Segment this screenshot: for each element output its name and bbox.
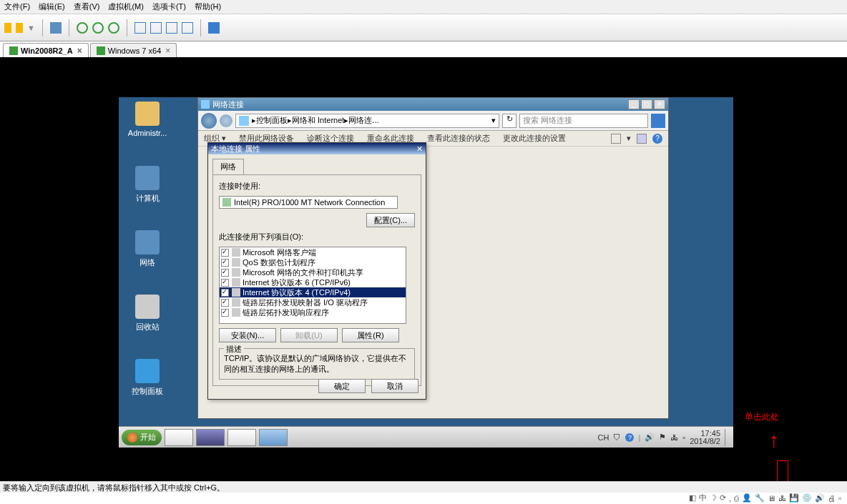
play-icon[interactable] [77, 22, 88, 34]
menu-help[interactable]: 帮助(H) [195, 1, 221, 12]
tab-win2008r2[interactable]: Win2008R2_A × [3, 43, 89, 57]
minimize-button[interactable]: _ [628, 99, 640, 109]
help-icon[interactable]: ? [652, 134, 662, 144]
power-on-icon[interactable] [4, 23, 11, 33]
host-tray-icon[interactable]: ◧ [689, 493, 696, 503]
checkbox[interactable] [221, 269, 229, 277]
vm-viewport[interactable]: Administr... 计算机 网络 回收站 控制面板 网络连接 _ □ × [0, 57, 847, 490]
configure-button[interactable]: 配置(C)... [366, 213, 415, 227]
desktop-network[interactable]: 网络 [126, 230, 169, 268]
view-mode-icon[interactable] [611, 134, 621, 144]
dialog-titlebar[interactable]: 本地连接 属性 ✕ [208, 143, 426, 154]
desktop-cpanel[interactable]: 控制面板 [126, 359, 169, 397]
search-go-button[interactable] [651, 114, 665, 128]
tab-network[interactable]: 网络 [212, 159, 244, 174]
tab-win7[interactable]: Windows 7 x64 × [90, 43, 177, 57]
refresh-button[interactable]: ↻ [502, 114, 516, 128]
ok-button[interactable]: 确定 [318, 379, 366, 393]
taskbar-server-manager[interactable] [165, 429, 193, 446]
snapshot-icon[interactable] [50, 22, 62, 34]
back-button[interactable] [201, 113, 217, 129]
list-item[interactable]: Microsoft 网络的文件和打印机共享 [220, 267, 406, 277]
checkbox[interactable] [221, 279, 229, 287]
checkbox[interactable] [221, 309, 229, 317]
window-titlebar[interactable]: 网络连接 _ □ × [198, 98, 668, 111]
menu-file[interactable]: 文件(F) [4, 1, 30, 12]
cancel-button[interactable]: 取消 [371, 379, 418, 393]
list-item[interactable]: QoS 数据包计划程序 [220, 257, 406, 267]
usb-icon[interactable]: ⎙ [734, 494, 739, 503]
host-lang[interactable]: 中 [699, 493, 707, 503]
view-4-icon[interactable] [182, 22, 193, 34]
list-item[interactable]: 链路层拓扑发现响应程序 [220, 307, 406, 317]
taskbar-explorer[interactable] [227, 429, 256, 446]
dialog-close-button[interactable]: ✕ [416, 144, 423, 154]
breadcrumb-c[interactable]: 网络连... [348, 115, 378, 126]
maximize-button[interactable]: □ [641, 99, 652, 109]
taskbar-network-connections[interactable] [259, 429, 288, 446]
lang-indicator[interactable]: CH [598, 433, 609, 442]
power-off-icon[interactable] [16, 23, 23, 33]
checkbox[interactable] [221, 249, 229, 257]
close-button[interactable]: × [654, 99, 665, 109]
cd-icon[interactable]: 💿 [802, 493, 812, 503]
moon-icon[interactable]: ☽ [710, 493, 717, 503]
taskbar-powershell[interactable] [196, 429, 225, 446]
show-desktop-button[interactable] [725, 429, 730, 446]
menu-vm[interactable]: 虚拟机(M) [108, 1, 144, 12]
speaker-icon[interactable]: 🔊 [815, 493, 825, 503]
clock[interactable]: 17:45 2014/8/2 [690, 430, 720, 445]
checkbox[interactable] [221, 289, 229, 297]
menu-edit[interactable]: 编辑(E) [39, 1, 65, 12]
preview-icon[interactable] [637, 134, 647, 144]
guest-desktop[interactable]: Administr... 计算机 网络 回收站 控制面板 网络连接 _ □ × [119, 97, 733, 448]
connection-properties-dialog: 本地连接 属性 ✕ 网络 连接时使用: Intel(R) PRO/1000 MT… [207, 142, 426, 400]
start-button[interactable]: 开始 [122, 430, 162, 445]
tray-action-icon[interactable]: ▫ [682, 433, 685, 442]
list-item[interactable]: Internet 协议版本 4 (TCP/IPv4) [220, 287, 406, 297]
forward-button[interactable] [220, 114, 232, 127]
list-item[interactable]: Internet 协议版本 6 (TCP/IPv6) [220, 277, 406, 287]
view-2-icon[interactable] [150, 22, 162, 34]
person-icon[interactable]: 👤 [742, 493, 752, 503]
menu-view[interactable]: 查看(V) [74, 1, 100, 12]
desktop-recycle[interactable]: 回收站 [126, 295, 169, 332]
sync-icon[interactable]: ⟳ [720, 493, 726, 503]
install-button[interactable]: 安装(N)... [219, 328, 276, 342]
net-icon[interactable]: 🖧 [778, 494, 786, 503]
host-tray: ◧ 中 ☽ ⟳ , ⎙ 👤 🔧 🖥 🖧 💾 💿 🔊 🖨 ▫ [686, 492, 844, 504]
pause-icon[interactable] [92, 22, 104, 34]
checkbox[interactable] [221, 299, 229, 307]
desktop-admin[interactable]: Administr... [126, 102, 169, 137]
list-item[interactable]: 链路层拓扑发现映射器 I/O 驱动程序 [220, 297, 406, 307]
tray-icon-1[interactable]: ⛉ [613, 433, 621, 442]
breadcrumb-b[interactable]: 网络和 Internet [292, 115, 344, 126]
more-icon[interactable]: ▫ [838, 494, 841, 503]
location-icon [239, 116, 249, 126]
tray-help-icon[interactable]: ? [625, 433, 634, 442]
wrench-icon[interactable]: 🔧 [755, 493, 765, 503]
cmd-status[interactable]: 查看此连接的状态 [427, 133, 490, 144]
close-icon[interactable]: × [77, 46, 82, 56]
cmd-settings[interactable]: 更改此连接的设置 [503, 133, 566, 144]
stop-icon[interactable] [108, 22, 119, 34]
view-1-icon[interactable] [134, 22, 146, 34]
breadcrumb-a[interactable]: 控制面板 [256, 115, 288, 126]
components-list[interactable]: Microsoft 网络客户端QoS 数据包计划程序Microsoft 网络的文… [219, 247, 406, 324]
menu-tabs[interactable]: 选项卡(T) [152, 1, 186, 12]
tray-flag-icon[interactable]: ⚑ [659, 433, 666, 442]
list-item[interactable]: Microsoft 网络客户端 [220, 247, 406, 257]
properties-button[interactable]: 属性(R) [342, 328, 399, 342]
desktop-computer[interactable]: 计算机 [126, 166, 169, 204]
printer-icon[interactable]: 🖨 [828, 494, 836, 503]
close-icon[interactable]: × [165, 46, 170, 56]
fullscreen-icon[interactable] [208, 22, 220, 34]
view-3-icon[interactable] [166, 22, 177, 34]
monitor-icon[interactable]: 🖥 [768, 494, 775, 503]
disk-icon[interactable]: 💾 [789, 493, 799, 503]
checkbox[interactable] [221, 259, 229, 267]
tray-network-icon[interactable]: 🖧 [670, 433, 678, 442]
tray-sound-icon[interactable]: 🔊 [645, 433, 655, 442]
address-bar[interactable]: ▸ 控制面板 ▸ 网络和 Internet ▸ 网络连... ▾ [235, 114, 499, 128]
search-input[interactable]: 搜索 网络连接 [519, 114, 648, 128]
